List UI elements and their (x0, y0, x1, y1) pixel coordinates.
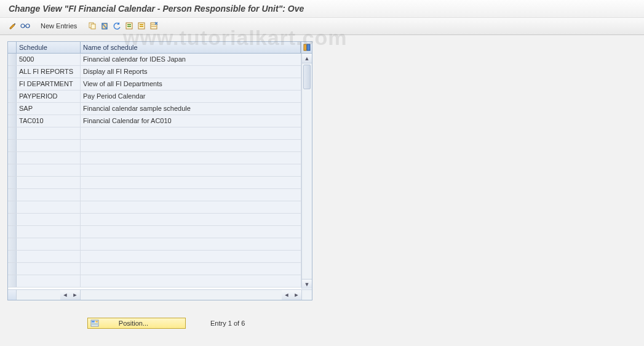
table-row (8, 140, 301, 152)
cell-name[interactable] (81, 140, 301, 151)
row-selector[interactable] (8, 78, 17, 90)
cell-name[interactable]: Financial Calendar for AC010 (81, 115, 301, 127)
cell-name[interactable] (81, 275, 301, 287)
cell-schedule[interactable] (17, 251, 81, 262)
horizontal-scrollbar[interactable]: ◄ ► ◄ ► (8, 289, 312, 300)
cell-name[interactable] (81, 251, 301, 262)
row-selector[interactable] (8, 263, 17, 275)
copy-icon[interactable] (87, 20, 98, 31)
hscroll-track2[interactable] (81, 290, 282, 300)
cell-schedule[interactable] (17, 226, 81, 238)
new-entries-button[interactable]: New Entries (37, 21, 81, 31)
table-row (8, 275, 301, 288)
cell-name[interactable]: Financial calendar sample schedule (81, 103, 301, 115)
cell-name[interactable] (81, 177, 301, 188)
column-header-name[interactable]: Name of schedule (81, 42, 301, 53)
hscroll-col2[interactable]: ◄ ► (81, 290, 301, 300)
delete-icon[interactable] (99, 20, 110, 31)
cell-name[interactable] (81, 189, 301, 201)
row-selector[interactable] (8, 189, 17, 201)
table-row (8, 263, 301, 275)
undo-icon[interactable] (111, 20, 122, 31)
scroll-down-button[interactable]: ▼ (302, 279, 312, 289)
row-selector[interactable] (8, 177, 17, 188)
table-row (8, 201, 301, 214)
cell-schedule[interactable] (17, 140, 81, 151)
table-row: FI DEPARTMENTView of all FI Departments (8, 78, 301, 91)
row-selector-header[interactable] (8, 42, 17, 53)
table-settings-icon[interactable] (301, 42, 312, 53)
row-selector[interactable] (8, 226, 17, 238)
row-selector[interactable] (8, 164, 17, 176)
cell-name[interactable] (81, 263, 301, 275)
vertical-scrollbar[interactable]: ▲ ▼ (301, 54, 312, 289)
row-selector[interactable] (8, 54, 17, 65)
row-selector[interactable] (8, 140, 17, 151)
hscroll-right2[interactable]: ► (292, 290, 301, 300)
row-selector[interactable] (8, 152, 17, 164)
schedule-table: Schedule Name of schedule 5000Financial … (7, 41, 312, 300)
cell-schedule[interactable]: ALL FI REPORTS (17, 66, 81, 78)
cell-schedule[interactable] (17, 238, 81, 250)
row-selector[interactable] (8, 115, 17, 127)
select-all-icon[interactable] (124, 20, 135, 31)
cell-name[interactable]: Financial calendar for IDES Japan (81, 54, 301, 65)
row-selector[interactable] (8, 66, 17, 78)
entry-counter: Entry 1 of 6 (210, 320, 245, 327)
scroll-up-button[interactable]: ▲ (302, 54, 312, 63)
cell-schedule[interactable] (17, 177, 81, 188)
cell-schedule[interactable]: 5000 (17, 54, 81, 65)
cell-schedule[interactable] (17, 275, 81, 287)
svg-rect-22 (92, 323, 98, 324)
svg-rect-21 (95, 321, 98, 323)
cell-schedule[interactable] (17, 164, 81, 176)
row-selector[interactable] (8, 127, 17, 139)
cell-name[interactable] (81, 226, 301, 238)
cell-name[interactable]: View of all FI Departments (81, 78, 301, 90)
row-selector[interactable] (8, 238, 17, 250)
table-body: 5000Financial calendar for IDES JapanALL… (8, 54, 312, 300)
cell-schedule[interactable]: SAP (17, 103, 81, 115)
hscroll-right1[interactable]: ► (70, 290, 80, 300)
svg-rect-13 (140, 26, 143, 27)
svg-rect-23 (92, 324, 98, 325)
row-selector[interactable] (8, 103, 17, 115)
cell-schedule[interactable] (17, 189, 81, 201)
hscroll-left2[interactable]: ◄ (282, 290, 292, 300)
cell-name[interactable]: Pay Period Calendar (81, 91, 301, 102)
row-selector[interactable] (8, 201, 17, 213)
cell-schedule[interactable] (17, 152, 81, 164)
cell-schedule[interactable] (17, 127, 81, 139)
svg-point-1 (21, 24, 25, 28)
row-selector[interactable] (8, 275, 17, 287)
column-header-schedule[interactable]: Schedule (17, 42, 81, 53)
cell-name[interactable] (81, 152, 301, 164)
cell-schedule[interactable] (17, 201, 81, 213)
cell-name[interactable] (81, 214, 301, 225)
row-selector[interactable] (8, 91, 17, 102)
table-row: PAYPERIODPay Period Calendar (8, 91, 301, 103)
cell-schedule[interactable]: TAC010 (17, 115, 81, 127)
cell-name[interactable] (81, 127, 301, 139)
scroll-track[interactable] (302, 63, 312, 279)
cell-schedule[interactable]: PAYPERIOD (17, 91, 81, 102)
hscroll-col1[interactable]: ◄ ► (17, 290, 81, 300)
row-selector[interactable] (8, 214, 17, 225)
cell-name[interactable] (81, 238, 301, 250)
cell-schedule[interactable] (17, 263, 81, 275)
cell-schedule[interactable] (17, 214, 81, 225)
details-glasses-icon[interactable] (20, 20, 31, 31)
hscroll-left1[interactable]: ◄ (60, 290, 70, 300)
cell-name[interactable] (81, 164, 301, 176)
cell-name[interactable] (81, 201, 301, 213)
cell-schedule[interactable]: FI DEPARTMENT (17, 78, 81, 90)
position-button[interactable]: Position... (87, 318, 186, 329)
cell-name[interactable]: Display all FI Reports (81, 66, 301, 78)
hscroll-track1[interactable] (17, 290, 60, 300)
row-selector[interactable] (8, 251, 17, 262)
select-block-icon[interactable] (136, 20, 147, 31)
deselect-all-icon[interactable] (148, 20, 159, 31)
scroll-thumb[interactable] (303, 65, 311, 89)
toggle-display-change-icon[interactable] (7, 20, 18, 31)
svg-rect-17 (304, 44, 306, 50)
